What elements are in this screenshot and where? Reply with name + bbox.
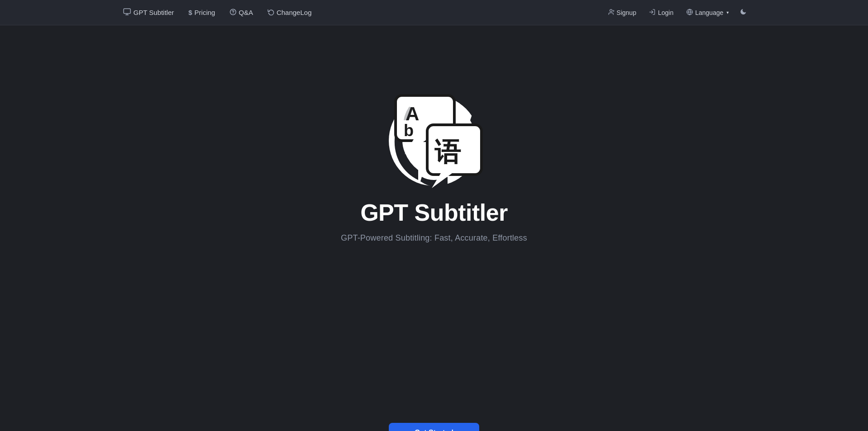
nav-label-qna: Q&A: [239, 9, 253, 16]
login-icon: [649, 9, 656, 17]
svg-rect-0: [124, 9, 131, 14]
nav-item-qna[interactable]: Q&A: [224, 5, 259, 20]
nav-language[interactable]: Language ▾: [681, 5, 734, 20]
language-icon: [686, 9, 693, 17]
nav-right: Signup Login Language: [602, 5, 750, 21]
app-subtitle: GPT-Powered Subtitling: Fast, Accurate, …: [341, 233, 527, 243]
logo-container: A b c 语: [382, 80, 486, 188]
svg-text:b: b: [404, 121, 414, 140]
nav-label-pricing: Pricing: [194, 9, 215, 16]
nav-login[interactable]: Login: [643, 5, 679, 20]
app-title: GPT Subtitler: [360, 199, 508, 226]
cta-button[interactable]: Get Started: [389, 423, 479, 431]
nav-label-signup: Signup: [617, 9, 637, 16]
brand-label: GPT Subtitler: [133, 9, 174, 16]
nav-item-changelog[interactable]: ChangeLog: [262, 5, 317, 20]
nav-signup[interactable]: Signup: [602, 5, 642, 20]
nav-label-changelog: ChangeLog: [277, 9, 312, 16]
language-dropdown-arrow: ▾: [726, 10, 729, 15]
signup-icon: [608, 9, 614, 17]
nav-left: GPT Subtitler $ Pricing Q&A: [118, 4, 317, 21]
cta-wrapper: Get Started: [389, 423, 479, 431]
qna-icon: [230, 9, 236, 17]
main-content: A b c 语 GPT Subtitler GPT-Powered Subtit…: [0, 25, 868, 265]
dark-mode-button[interactable]: [736, 5, 750, 21]
brand-icon: [123, 8, 131, 17]
nav-brand[interactable]: GPT Subtitler: [118, 4, 179, 21]
nav-label-login: Login: [658, 9, 673, 16]
svg-point-5: [610, 9, 612, 11]
nav-item-pricing[interactable]: $ Pricing: [183, 5, 221, 20]
navbar: GPT Subtitler $ Pricing Q&A: [0, 0, 868, 25]
nav-label-language: Language: [695, 9, 723, 16]
pricing-icon: $: [189, 9, 192, 16]
changelog-icon: [268, 9, 274, 17]
svg-text:语: 语: [434, 137, 461, 167]
logo-svg: A b c 语: [382, 80, 486, 188]
